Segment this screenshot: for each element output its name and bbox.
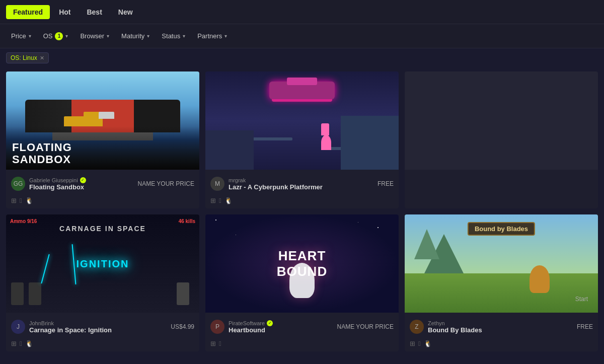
mac-icon:  xyxy=(20,340,22,347)
windows-icon: ⊞ xyxy=(210,197,216,204)
tab-hot[interactable]: Hot xyxy=(52,5,78,19)
game-card-lazr[interactable]: M mrgrak Lazr - A Cyberpunk Platformer F… xyxy=(205,71,399,208)
filter-status-label: Status xyxy=(162,32,180,40)
mac-icon:  xyxy=(418,340,421,347)
tab-new[interactable]: New xyxy=(111,5,140,19)
card-platforms: ⊞  🐧 xyxy=(405,339,598,351)
filter-partners-label: Partners xyxy=(197,32,222,40)
linux-icon: 🐧 xyxy=(424,340,432,347)
filter-price[interactable]: Price ▾ xyxy=(6,29,36,43)
game-title-overlay: FLOATINGSANDBOX xyxy=(6,126,199,170)
verified-badge: ✓ xyxy=(267,320,273,326)
game-thumbnail: Bound by Blades Start xyxy=(405,214,598,313)
card-author: mrgrak xyxy=(229,177,373,183)
linux-icon: 🐧 xyxy=(25,340,33,347)
os-filter-badge: 1 xyxy=(55,32,63,40)
os-linux-tag[interactable]: OS: Linux ✕ xyxy=(6,52,49,63)
filter-maturity-label: Maturity xyxy=(121,32,144,40)
card-info: J JohnBrink Carnage in Space: Ignition U… xyxy=(6,313,199,339)
card-info: P PirateSoftware ✓ Heartbound NAME YOUR … xyxy=(205,313,399,339)
card-meta: Gabriele Giuseppini ✓ Floating Sandbox xyxy=(29,177,134,191)
game-thumbnail: Ammo 9/16 46 kills CARNAGE IN SPACE IGNI… xyxy=(6,214,199,313)
game-card-floating-sandbox[interactable]: FLOATINGSANDBOX GG Gabriele Giuseppini ✓… xyxy=(6,71,199,208)
filter-browser-label: Browser xyxy=(80,32,104,40)
mac-icon:  xyxy=(219,197,221,204)
card-meta: mrgrak Lazr - A Cyberpunk Platformer xyxy=(229,177,373,191)
card-meta: Zethyn Bound By Blades xyxy=(428,320,573,334)
chevron-down-icon-partners: ▾ xyxy=(224,33,227,39)
avatar: Z xyxy=(410,320,424,334)
chevron-down-icon-os: ▾ xyxy=(65,33,68,39)
card-author: PirateSoftware ✓ xyxy=(229,320,333,326)
card-title: Bound By Blades xyxy=(428,326,573,334)
card-platforms: ⊞  🐧 xyxy=(205,196,399,208)
card-meta: JohnBrink Carnage in Space: Ignition xyxy=(29,320,167,334)
windows-icon: ⊞ xyxy=(410,340,415,347)
card-price: NAME YOUR PRICE xyxy=(138,180,194,187)
card-author: Gabriele Giuseppini ✓ xyxy=(29,177,134,183)
card-meta: PirateSoftware ✓ Heartbound xyxy=(229,320,333,334)
mac-icon:  xyxy=(219,340,221,347)
card-title: Floating Sandbox xyxy=(29,183,134,191)
chevron-down-icon-maturity: ▾ xyxy=(147,33,149,39)
windows-icon: ⊞ xyxy=(11,340,17,347)
card-info: M mrgrak Lazr - A Cyberpunk Platformer F… xyxy=(205,170,399,196)
card-price: FREE xyxy=(577,323,593,330)
filter-price-label: Price xyxy=(11,32,26,40)
top-nav: Featured Hot Best New xyxy=(0,0,604,24)
card-platforms: ⊞  🐧 xyxy=(6,339,199,351)
game-thumbnail xyxy=(205,71,399,170)
game-title-overlay: IGNITION xyxy=(77,258,129,269)
card-platforms: ⊞  xyxy=(205,339,399,351)
card-price: NAME YOUR PRICE xyxy=(337,323,394,330)
os-linux-label: OS: Linux xyxy=(11,54,37,61)
chevron-down-icon: ▾ xyxy=(29,33,31,39)
active-filters: OS: Linux ✕ xyxy=(0,48,604,67)
card-author: Zethyn xyxy=(428,320,573,326)
game-card-empty xyxy=(405,71,598,208)
card-author: JohnBrink xyxy=(29,320,167,326)
card-info: GG Gabriele Giuseppini ✓ Floating Sandbo… xyxy=(6,170,199,196)
avatar: M xyxy=(210,177,224,191)
chevron-down-icon-status: ▾ xyxy=(183,33,185,39)
chevron-down-icon-browser: ▾ xyxy=(107,33,109,39)
card-platforms: ⊞  🐧 xyxy=(6,196,199,208)
card-title: Carnage in Space: Ignition xyxy=(29,326,167,334)
filter-partners[interactable]: Partners ▾ xyxy=(192,29,232,43)
windows-icon: ⊞ xyxy=(11,197,17,204)
game-card-bound-by-blades[interactable]: Bound by Blades Start Z Zethyn Bound By … xyxy=(405,214,598,351)
game-card-carnage[interactable]: Ammo 9/16 46 kills CARNAGE IN SPACE IGNI… xyxy=(6,214,199,351)
filter-bar: Price ▾ OS 1 ▾ Browser ▾ Maturity ▾ Stat… xyxy=(0,24,604,48)
game-grid: FLOATINGSANDBOX GG Gabriele Giuseppini ✓… xyxy=(0,67,604,357)
card-price: FREE xyxy=(378,180,394,187)
avatar: GG xyxy=(11,177,25,191)
game-thumbnail: HEARTBOUND xyxy=(205,214,399,313)
tab-featured[interactable]: Featured xyxy=(6,5,50,19)
game-thumbnail-empty xyxy=(405,71,598,170)
card-info: Z Zethyn Bound By Blades FREE xyxy=(405,313,598,339)
linux-icon: 🐧 xyxy=(224,197,233,204)
verified-badge: ✓ xyxy=(80,177,86,183)
game-title-overlay: Bound by Blades xyxy=(468,222,535,236)
linux-icon: 🐧 xyxy=(25,197,33,204)
close-icon[interactable]: ✕ xyxy=(40,55,44,61)
game-thumbnail: FLOATINGSANDBOX xyxy=(6,71,199,170)
filter-status[interactable]: Status ▾ xyxy=(157,29,190,43)
filter-os-label: OS xyxy=(43,32,53,40)
card-price: US$4.99 xyxy=(171,323,194,330)
avatar: J xyxy=(11,320,25,334)
game-card-heartbound[interactable]: HEARTBOUND P PirateSoftware ✓ Heartbound… xyxy=(205,214,399,351)
card-title: Heartbound xyxy=(229,326,333,334)
start-label: Start xyxy=(575,296,588,303)
avatar: P xyxy=(210,320,224,334)
filter-os[interactable]: OS 1 ▾ xyxy=(38,29,73,43)
mac-icon:  xyxy=(20,197,22,204)
windows-icon: ⊞ xyxy=(210,340,216,347)
filter-browser[interactable]: Browser ▾ xyxy=(75,29,114,43)
tab-best[interactable]: Best xyxy=(80,5,109,19)
card-title: Lazr - A Cyberpunk Platformer xyxy=(229,183,373,191)
filter-maturity[interactable]: Maturity ▾ xyxy=(116,29,155,43)
